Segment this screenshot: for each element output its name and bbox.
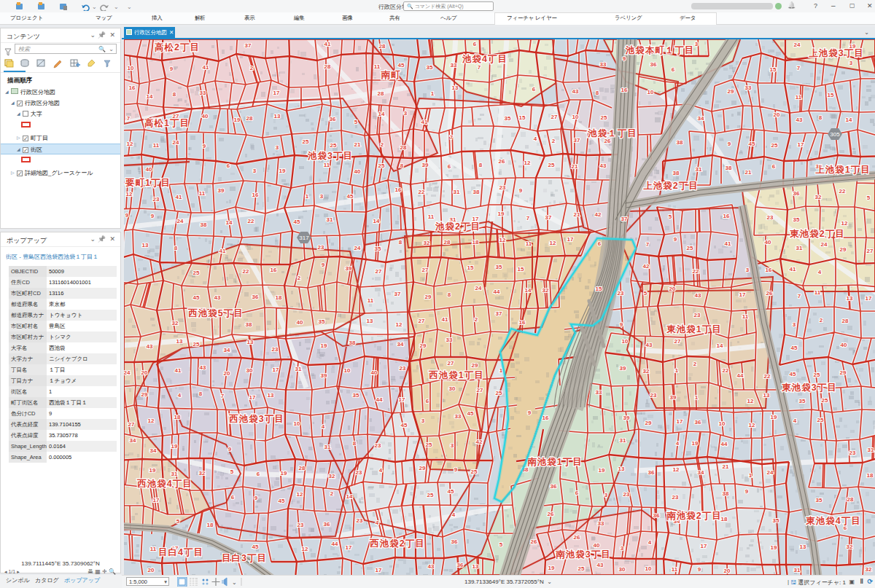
svg-text:33: 33: [598, 520, 604, 527]
svg-text:3: 3: [451, 442, 454, 449]
svg-text:36: 36: [653, 512, 660, 519]
svg-text:40: 40: [765, 239, 771, 246]
svg-text:28: 28: [379, 43, 386, 50]
svg-text:25: 25: [578, 565, 585, 572]
svg-text:13: 13: [618, 466, 625, 472]
svg-text:14: 14: [226, 219, 233, 226]
svg-text:23: 23: [767, 214, 774, 221]
svg-text:4: 4: [376, 520, 379, 526]
svg-text:32: 32: [424, 240, 430, 246]
svg-text:45: 45: [347, 193, 354, 200]
svg-text:32: 32: [199, 470, 206, 477]
svg-text:11: 11: [199, 190, 206, 197]
svg-text:41: 41: [175, 367, 182, 374]
svg-text:45: 45: [193, 294, 200, 301]
svg-text:29: 29: [141, 391, 148, 398]
svg-text:19: 19: [692, 440, 699, 447]
svg-text:12: 12: [297, 491, 303, 498]
svg-text:14: 14: [373, 218, 380, 224]
svg-text:13: 13: [847, 295, 853, 302]
svg-text:8: 8: [199, 391, 203, 397]
svg-text:10: 10: [294, 420, 300, 427]
svg-text:17: 17: [153, 497, 160, 503]
svg-text:30: 30: [619, 566, 626, 573]
svg-text:高松1丁目: 高松1丁目: [144, 118, 190, 128]
svg-text:29: 29: [645, 420, 652, 426]
svg-text:23: 23: [849, 450, 856, 456]
svg-text:10: 10: [622, 338, 629, 345]
svg-text:目白3丁目: 目白3丁目: [222, 553, 267, 563]
svg-text:3: 3: [793, 321, 796, 328]
svg-text:32: 32: [866, 566, 872, 573]
svg-text:29: 29: [840, 369, 847, 376]
svg-text:26: 26: [766, 290, 773, 297]
svg-text:南池袋2丁目: 南池袋2丁目: [666, 511, 721, 521]
svg-text:15: 15: [596, 286, 602, 292]
svg-text:13: 13: [247, 339, 254, 345]
svg-text:25: 25: [817, 417, 824, 423]
svg-text:26: 26: [548, 511, 554, 517]
svg-text:7: 7: [478, 64, 481, 71]
svg-text:45: 45: [749, 141, 755, 147]
svg-text:32: 32: [172, 320, 179, 326]
svg-text:13: 13: [274, 113, 281, 119]
svg-text:24: 24: [821, 241, 828, 248]
svg-text:24: 24: [475, 285, 482, 291]
svg-text:17: 17: [798, 141, 804, 148]
svg-text:41: 41: [725, 240, 731, 247]
svg-text:11: 11: [742, 313, 749, 320]
svg-text:35: 35: [353, 392, 359, 399]
svg-text:20: 20: [774, 111, 780, 118]
svg-text:10: 10: [128, 65, 134, 71]
svg-text:9: 9: [745, 488, 749, 495]
svg-text:5: 5: [867, 195, 871, 201]
svg-text:18: 18: [207, 522, 214, 528]
svg-text:19: 19: [548, 565, 555, 571]
svg-text:21: 21: [572, 163, 578, 170]
svg-text:25: 25: [193, 341, 200, 348]
svg-text:8: 8: [479, 162, 483, 168]
svg-text:44: 44: [721, 441, 728, 447]
svg-text:31: 31: [295, 366, 302, 372]
svg-text:南池袋3丁目: 南池袋3丁目: [555, 549, 610, 560]
svg-text:23: 23: [272, 346, 279, 353]
svg-text:6: 6: [672, 66, 675, 73]
svg-text:32: 32: [329, 473, 335, 479]
svg-text:12: 12: [524, 160, 531, 166]
svg-text:25: 25: [601, 114, 607, 121]
svg-text:8: 8: [173, 91, 176, 98]
svg-text:36: 36: [330, 116, 336, 122]
svg-text:28: 28: [324, 63, 331, 70]
svg-text:10: 10: [719, 420, 726, 427]
svg-text:19: 19: [321, 342, 327, 349]
svg-text:35: 35: [319, 318, 325, 325]
svg-text:25: 25: [548, 162, 555, 168]
svg-text:11: 11: [324, 162, 330, 168]
svg-text:31: 31: [324, 444, 331, 450]
svg-text:5: 5: [176, 518, 180, 525]
svg-text:26: 26: [604, 138, 611, 144]
svg-text:26: 26: [499, 158, 505, 165]
svg-text:38: 38: [723, 490, 729, 497]
svg-text:13: 13: [472, 563, 479, 570]
svg-text:37: 37: [574, 137, 580, 144]
svg-text:9: 9: [170, 66, 174, 72]
svg-text:南町: 南町: [381, 70, 401, 80]
svg-text:19: 19: [234, 117, 241, 123]
svg-text:35: 35: [773, 517, 779, 524]
svg-text:池袋3丁目: 池袋3丁目: [307, 151, 353, 161]
svg-text:15: 15: [519, 114, 526, 121]
svg-text:6: 6: [426, 398, 429, 404]
svg-text:36: 36: [648, 469, 655, 476]
svg-text:12: 12: [749, 422, 755, 428]
svg-text:22: 22: [419, 189, 425, 195]
svg-text:12: 12: [550, 240, 556, 246]
svg-text:19: 19: [279, 168, 286, 174]
svg-text:10: 10: [648, 89, 654, 95]
svg-text:44: 44: [737, 372, 744, 379]
svg-text:44: 44: [494, 289, 500, 295]
svg-text:東池袋2丁目: 東池袋2丁目: [789, 229, 844, 239]
svg-text:21: 21: [574, 211, 580, 218]
svg-text:19: 19: [281, 470, 287, 477]
svg-text:5: 5: [499, 541, 503, 548]
